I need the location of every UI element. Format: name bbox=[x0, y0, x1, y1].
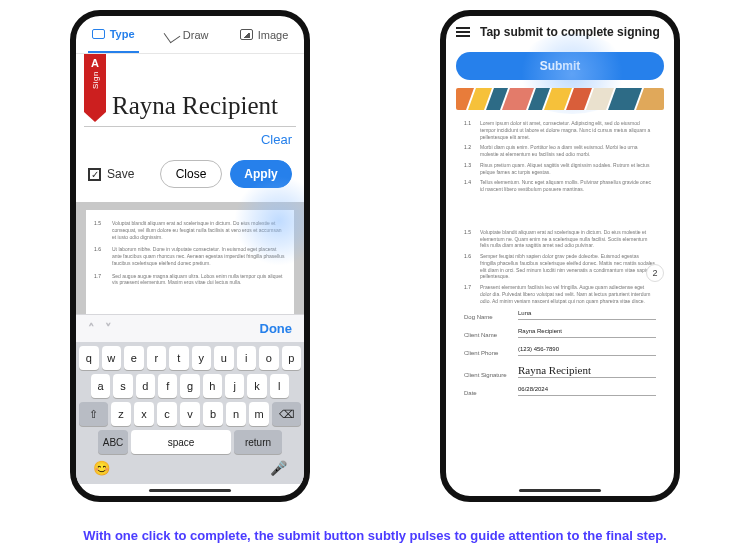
key-shift[interactable]: ⇧ bbox=[79, 402, 108, 426]
key-o[interactable]: o bbox=[259, 346, 279, 370]
signature-controls: ✓ Save Close Apply bbox=[76, 146, 304, 202]
keyboard-done-button[interactable]: Done bbox=[260, 321, 293, 336]
next-field-icon[interactable]: ˅ bbox=[105, 321, 112, 336]
key-e[interactable]: e bbox=[124, 346, 144, 370]
key-return[interactable]: return bbox=[234, 430, 282, 454]
adobe-sign-ribbon: A Sign bbox=[84, 54, 106, 112]
doc-paragraph: 1.7Praesent elementum facilisis leo vel … bbox=[464, 284, 656, 304]
key-b[interactable]: b bbox=[203, 402, 223, 426]
key-d[interactable]: d bbox=[136, 374, 155, 398]
phone-right: Tap submit to complete signing Submit 1.… bbox=[440, 10, 680, 502]
key-n[interactable]: n bbox=[226, 402, 246, 426]
key-u[interactable]: u bbox=[214, 346, 234, 370]
doc-paragraph: 1.5Voluptate blandit aliquam erat ad sce… bbox=[464, 229, 656, 249]
emoji-key-icon[interactable]: 😊 bbox=[93, 460, 110, 476]
signature-tabs: Type Draw Image bbox=[76, 16, 304, 54]
key-m[interactable]: m bbox=[249, 402, 269, 426]
document-preview-dimmed: 1.5Voluptat blandit aliquam erat ad scel… bbox=[76, 202, 304, 314]
key-w[interactable]: w bbox=[102, 346, 122, 370]
field-date: Date 06/28/2024 bbox=[464, 386, 656, 396]
key-v[interactable]: v bbox=[180, 402, 200, 426]
page-title: Tap submit to complete signing bbox=[480, 25, 660, 39]
key-a[interactable]: a bbox=[91, 374, 110, 398]
key-c[interactable]: c bbox=[157, 402, 177, 426]
adobe-logo-icon: A bbox=[91, 57, 99, 69]
tab-type[interactable]: Type bbox=[88, 16, 139, 53]
key-t[interactable]: t bbox=[169, 346, 189, 370]
submit-button[interactable]: Submit bbox=[456, 52, 664, 80]
doc-paragraph: 1.3Risus pretium quam. Aliquet sagittis … bbox=[464, 162, 656, 176]
doc-paragraph: 1.6Semper feugiat nibh sapien dolor grav… bbox=[464, 253, 656, 280]
ribbon-label: Sign bbox=[91, 71, 100, 89]
tab-draw-label: Draw bbox=[183, 29, 209, 41]
key-l[interactable]: l bbox=[270, 374, 289, 398]
signature-area[interactable]: A Sign Rayna Recipient Clear bbox=[76, 54, 304, 146]
menu-icon[interactable] bbox=[456, 27, 470, 37]
key-x[interactable]: x bbox=[134, 402, 154, 426]
document-hero-graphic bbox=[456, 88, 664, 110]
signature-form: Dog Name Luna Client Name Rayna Recipien… bbox=[464, 310, 656, 396]
field-client-name: Client Name Rayna Recipient bbox=[464, 328, 656, 338]
doc-paragraph: 1.6Ut laborum nibhe. Done in vulputate c… bbox=[94, 246, 286, 266]
key-j[interactable]: j bbox=[225, 374, 244, 398]
apply-button[interactable]: Apply bbox=[230, 160, 292, 188]
key-s[interactable]: s bbox=[113, 374, 132, 398]
keyboard[interactable]: qwertyuiop asdfghjkl ⇧zxcvbnm⌫ ABC space… bbox=[76, 342, 304, 484]
document-body[interactable]: 1.1Lorem ipsum dolor sit amet, consectet… bbox=[456, 114, 664, 488]
field-dog-name: Dog Name Luna bbox=[464, 310, 656, 320]
signature-baseline bbox=[84, 126, 296, 127]
top-bar: Tap submit to complete signing bbox=[446, 16, 674, 48]
field-client-signature: Client Signature Rayna Recipient bbox=[464, 364, 656, 378]
close-button[interactable]: Close bbox=[160, 160, 222, 188]
mic-key-icon[interactable]: 🎤 bbox=[270, 460, 287, 476]
home-indicator bbox=[519, 489, 601, 492]
doc-paragraph: 1.2Morbi diam quis enim. Porttitor leo a… bbox=[464, 144, 656, 158]
save-checkbox[interactable]: ✓ Save bbox=[88, 167, 152, 181]
prev-field-icon[interactable]: ˄ bbox=[88, 321, 95, 336]
image-icon bbox=[240, 29, 253, 40]
type-icon bbox=[92, 29, 105, 39]
figure-caption: With one click to complete, the submit b… bbox=[0, 528, 750, 543]
keyboard-accessory: ˄ ˅ Done bbox=[76, 314, 304, 342]
clear-button[interactable]: Clear bbox=[261, 132, 292, 147]
field-client-phone: Client Phone (123) 456-7890 bbox=[464, 346, 656, 356]
phone-left: Type Draw Image A Sign Rayna Recipient C… bbox=[70, 10, 310, 502]
draw-icon bbox=[163, 26, 180, 43]
key-space[interactable]: space bbox=[131, 430, 231, 454]
field-nav: ˄ ˅ bbox=[88, 321, 112, 336]
key-abc[interactable]: ABC bbox=[98, 430, 128, 454]
checkbox-icon: ✓ bbox=[88, 168, 101, 181]
doc-paragraph: 1.5Voluptat blandit aliquam erat ad scel… bbox=[94, 220, 286, 240]
key-q[interactable]: q bbox=[79, 346, 99, 370]
doc-paragraph: 1.7Sed augue augue magna aliquam ultra. … bbox=[94, 273, 286, 287]
key-f[interactable]: f bbox=[158, 374, 177, 398]
tab-image[interactable]: Image bbox=[236, 16, 293, 53]
key-h[interactable]: h bbox=[203, 374, 222, 398]
key-r[interactable]: r bbox=[147, 346, 167, 370]
tab-draw[interactable]: Draw bbox=[162, 16, 213, 53]
save-label: Save bbox=[107, 167, 134, 181]
key-k[interactable]: k bbox=[247, 374, 266, 398]
key-i[interactable]: i bbox=[237, 346, 257, 370]
key-y[interactable]: y bbox=[192, 346, 212, 370]
home-indicator bbox=[149, 489, 231, 492]
key-z[interactable]: z bbox=[111, 402, 131, 426]
key-backspace[interactable]: ⌫ bbox=[272, 402, 301, 426]
tab-type-label: Type bbox=[110, 28, 135, 40]
key-p[interactable]: p bbox=[282, 346, 302, 370]
tab-image-label: Image bbox=[258, 29, 289, 41]
signature-text: Rayna Recipient bbox=[112, 92, 298, 120]
key-g[interactable]: g bbox=[180, 374, 199, 398]
doc-paragraph: 1.1Lorem ipsum dolor sit amet, consectet… bbox=[464, 120, 656, 140]
document-preview: 1.5Voluptat blandit aliquam erat ad scel… bbox=[86, 210, 294, 314]
page-number-badge: 2 bbox=[646, 264, 664, 282]
doc-paragraph: 1.4Tellus elementum. Nunc eget aliquam m… bbox=[464, 179, 656, 193]
